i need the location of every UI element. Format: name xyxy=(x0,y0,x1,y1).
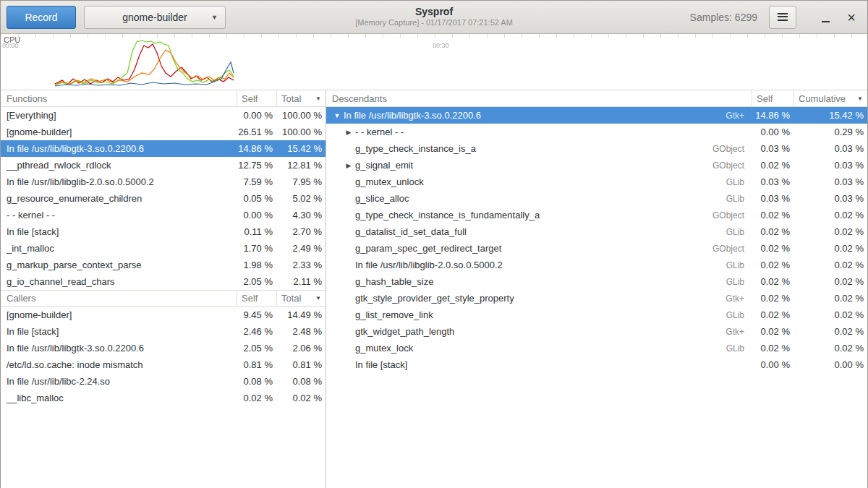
self-percent: 0.02 % xyxy=(752,276,793,287)
cumulative-percent: 0.02 % xyxy=(793,309,867,320)
column-header-cumulative[interactable]: Cumulative ▼ xyxy=(793,90,867,106)
column-header-total[interactable]: Total ▼ xyxy=(276,90,326,106)
table-row[interactable]: g_markup_parse_context_parse1.98 %2.33 % xyxy=(1,257,326,273)
functions-table-body: [Everything]0.00 %100.00 %[gnome-builder… xyxy=(1,107,326,290)
main-area: Functions Self Total ▼ [Everything]0.00 … xyxy=(1,90,867,488)
table-row[interactable]: g_mutex_unlockGLib0.03 %0.03 % xyxy=(326,174,867,190)
function-name: g_mutex_unlock xyxy=(355,176,424,187)
table-row[interactable]: In file /usr/lib/libglib-2.0.so.0.5000.2… xyxy=(326,257,867,273)
table-row[interactable]: ▶- - kernel - -0.00 %0.29 % xyxy=(326,124,867,140)
headerbar: Record gnome-builder ▼ Sysprof [Memory C… xyxy=(1,1,867,34)
window-title-block: Sysprof [Memory Capture] - 01/17/2017 07… xyxy=(355,6,513,28)
table-row[interactable]: [gnome-builder]26.51 %100.00 % xyxy=(1,124,326,140)
table-row[interactable]: g_list_remove_linkGLib0.02 %0.02 % xyxy=(326,307,867,323)
library-tag: GObject xyxy=(712,210,752,221)
table-row[interactable]: g_hash_table_sizeGLib0.02 %0.02 % xyxy=(326,273,867,290)
table-row[interactable]: [gnome-builder]9.45 %14.49 % xyxy=(1,307,326,323)
process-selector-dropdown[interactable]: gnome-builder ▼ xyxy=(84,6,226,29)
table-row[interactable]: ▼In file /usr/lib/libgtk-3.so.0.2200.6Gt… xyxy=(326,107,867,124)
descendant-name-cell: ▶g_signal_emitGObject xyxy=(326,160,752,171)
table-row[interactable]: g_param_spec_get_redirect_targetGObject0… xyxy=(326,240,867,257)
table-row[interactable]: g_mutex_lockGLib0.02 %0.02 % xyxy=(326,340,867,356)
table-row[interactable]: __pthread_rwlock_rdlock12.75 %12.81 % xyxy=(1,157,326,174)
library-tag: GLib xyxy=(726,343,752,354)
column-header-descendants[interactable]: Descendants xyxy=(326,90,752,106)
table-row[interactable]: /etc/ld.so.cache: inode mismatch0.81 %0.… xyxy=(1,356,326,373)
self-percent: 12.75 % xyxy=(237,160,276,171)
table-row[interactable]: g_slice_allocGLib0.03 %0.03 % xyxy=(326,190,867,207)
table-row[interactable]: In file /usr/lib/libgtk-3.so.0.2200.62.0… xyxy=(1,340,326,356)
descendant-name-cell: ▼In file /usr/lib/libgtk-3.so.0.2200.6Gt… xyxy=(326,110,752,121)
table-row[interactable]: In file [stack]0.11 %2.70 % xyxy=(1,223,326,240)
chevron-down-icon[interactable]: ▼ xyxy=(332,112,342,119)
column-header-callers[interactable]: Callers xyxy=(1,291,237,306)
descendant-name-cell: g_type_check_instance_is_aGObject xyxy=(326,143,752,154)
hamburger-icon xyxy=(778,13,788,21)
library-tag: GLib xyxy=(726,194,752,204)
table-row[interactable]: In file /usr/lib/libglib-2.0.so.0.5000.2… xyxy=(1,174,326,190)
function-name: g_type_check_instance_is_fundamentally_a xyxy=(355,210,540,221)
table-row[interactable]: _int_malloc1.70 %2.49 % xyxy=(1,240,326,257)
function-name: /etc/ld.so.cache: inode mismatch xyxy=(1,359,237,370)
total-percent: 15.42 % xyxy=(276,143,326,154)
total-percent: 0.81 % xyxy=(276,359,326,370)
table-row[interactable]: __libc_malloc0.02 %0.02 % xyxy=(1,390,326,406)
total-percent: 0.08 % xyxy=(276,376,326,387)
descendants-table-body: ▼In file /usr/lib/libgtk-3.so.0.2200.6Gt… xyxy=(326,107,867,373)
table-row[interactable]: - - kernel - -0.00 %4.30 % xyxy=(1,207,326,223)
close-button[interactable]: × xyxy=(841,7,861,27)
table-row[interactable]: gtk_style_provider_get_style_propertyGtk… xyxy=(326,290,867,307)
table-row[interactable]: In file [stack]0.00 %0.00 % xyxy=(326,356,867,373)
self-percent: 7.59 % xyxy=(237,176,276,187)
table-row[interactable]: In file [stack]2.46 %2.48 % xyxy=(1,323,326,340)
minimize-button[interactable] xyxy=(815,7,835,27)
cumulative-percent: 0.03 % xyxy=(793,160,867,171)
chevron-right-icon[interactable]: ▶ xyxy=(344,129,354,136)
total-percent: 2.06 % xyxy=(276,343,326,354)
cpu-graph[interactable]: CPU 00:00 00:30 xyxy=(1,34,867,90)
self-percent: 0.05 % xyxy=(237,193,276,204)
total-percent: 100.00 % xyxy=(276,110,326,121)
function-name: gtk_widget_path_length xyxy=(355,326,454,337)
self-percent: 0.02 % xyxy=(752,160,793,171)
column-header-total[interactable]: Total ▼ xyxy=(276,291,326,306)
table-row[interactable]: [Everything]0.00 %100.00 % xyxy=(1,107,326,124)
table-row[interactable]: g_io_channel_read_chars2.05 %2.11 % xyxy=(1,273,326,290)
function-name: g_slice_alloc xyxy=(355,193,409,204)
library-tag: GLib xyxy=(726,260,752,270)
column-header-self[interactable]: Self xyxy=(752,90,793,106)
function-name: g_list_remove_link xyxy=(355,309,433,320)
cumulative-percent: 0.02 % xyxy=(793,260,867,270)
library-tag: Gtk+ xyxy=(726,294,752,304)
self-percent: 0.00 % xyxy=(752,359,793,370)
chevron-right-icon[interactable]: ▶ xyxy=(344,162,354,169)
library-tag: GObject xyxy=(712,244,752,254)
function-name: In file /usr/lib/libgtk-3.so.0.2200.6 xyxy=(1,143,237,154)
table-row[interactable]: gtk_widget_path_lengthGtk+0.02 %0.02 % xyxy=(326,323,867,340)
table-row[interactable]: g_resource_enumerate_children0.05 %5.02 … xyxy=(1,190,326,207)
table-row[interactable]: In file /usr/lib/libgtk-3.so.0.2200.614.… xyxy=(1,140,326,157)
column-header-functions[interactable]: Functions xyxy=(1,90,237,106)
function-name: g_datalist_id_set_data_full xyxy=(355,226,467,237)
menu-button[interactable] xyxy=(769,6,796,29)
self-percent: 0.03 % xyxy=(752,143,793,154)
column-header-self[interactable]: Self xyxy=(237,291,276,306)
table-row[interactable]: g_type_check_instance_is_aGObject0.03 %0… xyxy=(326,140,867,157)
self-percent: 0.02 % xyxy=(752,343,793,354)
self-percent: 0.81 % xyxy=(237,359,276,370)
cumulative-percent: 0.02 % xyxy=(793,293,867,304)
self-percent: 0.03 % xyxy=(752,193,793,204)
table-row[interactable]: g_datalist_id_set_data_fullGLib0.02 %0.0… xyxy=(326,223,867,240)
table-row[interactable]: ▶g_signal_emitGObject0.02 %0.03 % xyxy=(326,157,867,174)
table-row[interactable]: g_type_check_instance_is_fundamentally_a… xyxy=(326,207,867,223)
table-row[interactable]: In file /usr/lib/libc-2.24.so0.08 %0.08 … xyxy=(1,373,326,390)
self-percent: 2.05 % xyxy=(237,276,276,287)
library-tag: Gtk+ xyxy=(726,111,752,121)
library-tag: GLib xyxy=(726,277,752,287)
self-percent: 14.86 % xyxy=(237,143,276,154)
function-name: - - kernel - - xyxy=(1,210,237,221)
column-header-cumulative-label: Cumulative xyxy=(799,93,846,104)
function-name: _int_malloc xyxy=(1,243,237,254)
record-button[interactable]: Record xyxy=(7,6,76,29)
column-header-self[interactable]: Self xyxy=(237,90,276,106)
